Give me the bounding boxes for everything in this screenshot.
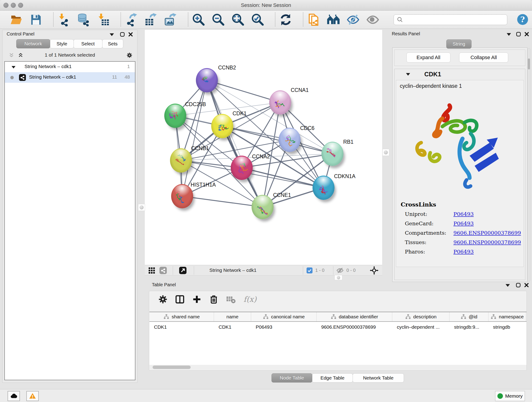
fit-selected-crosshair-icon[interactable] (370, 266, 379, 275)
tab-edge-table[interactable]: Edge Table (312, 373, 353, 383)
warnings-button[interactable] (26, 391, 39, 401)
network-node-CCNA1[interactable] (269, 90, 291, 115)
zoom-selected-button[interactable] (251, 13, 264, 26)
close-panel-icon[interactable] (524, 32, 529, 37)
network-collection-row[interactable]: String Network – cdk1 1 (5, 62, 135, 72)
column-header-shared-name[interactable]: shared name (149, 312, 214, 321)
delete-column-icon[interactable] (209, 294, 219, 304)
zoom-out-button[interactable] (212, 13, 225, 26)
crosslink-label: Tissues: (401, 239, 453, 245)
save-session-button[interactable] (29, 13, 43, 26)
column-header--id[interactable]: @id (450, 312, 488, 321)
network-node-HIST1H1A[interactable] (171, 184, 193, 208)
import-table-button[interactable] (97, 13, 110, 26)
network-canvas[interactable]: CCNB2CCNA1CDC25BCDK1CDC6RB1CCNB1CCNA2CDK… (145, 30, 382, 265)
tab-string[interactable]: String (446, 39, 472, 49)
network-node-CDK1[interactable] (211, 114, 233, 138)
crosslink-link[interactable]: P06493 (453, 211, 474, 217)
network-node-CDC6[interactable] (279, 128, 301, 152)
results-scrollbar[interactable] (527, 48, 530, 281)
memory-button[interactable]: Memory (495, 391, 525, 401)
network-node-CCNA2[interactable] (231, 156, 253, 180)
crosslink-label: Uniprot: (401, 211, 453, 217)
left-splitter-handle[interactable] (138, 204, 145, 211)
crosslink-link[interactable]: P06493 (453, 249, 474, 255)
maximize-panel-icon[interactable] (516, 32, 521, 37)
close-panel-icon[interactable] (524, 283, 529, 288)
node-label-HIST1H1A: HIST1H1A (191, 182, 216, 188)
table-row[interactable]: CDK1CDK1P064939606.ENSP00000378699cyclin… (149, 322, 526, 332)
column-header-name[interactable]: name (214, 312, 251, 321)
network-selection-row: 1 of 1 Network selected (2, 51, 137, 59)
crosslink-link[interactable]: P06493 (453, 220, 474, 226)
section-collapse-icon[interactable] (405, 72, 411, 76)
memory-status-dot (497, 393, 503, 399)
network-node-CCNB2[interactable] (196, 68, 218, 92)
first-neighbors-houses-button[interactable] (327, 13, 340, 26)
import-database-button[interactable] (77, 13, 90, 26)
column-header-description[interactable]: description (392, 312, 450, 321)
refresh-button[interactable] (279, 13, 292, 26)
maximize-panel-icon[interactable] (516, 283, 521, 288)
show-all-button[interactable] (366, 13, 380, 26)
crosslink-row: Pharos:P06493 (401, 249, 521, 255)
control-panel: Control Panel NetworkStyleSelectSets 1 o… (2, 30, 138, 383)
crosslink-link[interactable]: 9606.ENSP00000378699 (453, 239, 521, 245)
network-node-CDC25B[interactable] (164, 104, 186, 128)
table-options-gear-icon[interactable] (158, 294, 168, 304)
column-header-canonical-name[interactable]: canonical name (251, 312, 317, 321)
hide-selected-button[interactable] (346, 13, 360, 26)
search-box[interactable] (394, 14, 507, 25)
tab-node-table[interactable]: Node Table (272, 373, 312, 383)
detach-view-icon[interactable] (179, 267, 186, 274)
protein-section-header[interactable]: CDK1 (394, 69, 525, 80)
maximize-panel-icon[interactable] (120, 32, 125, 37)
add-column-icon[interactable] (192, 294, 202, 304)
column-header-namespace[interactable]: namespace (488, 312, 526, 321)
export-network-button[interactable] (125, 13, 138, 26)
export-table-button[interactable] (144, 13, 158, 26)
tab-style[interactable]: Style (50, 39, 74, 48)
network-options-gear-icon[interactable] (126, 52, 133, 58)
network-node-count: 11 (112, 74, 117, 80)
tab-network[interactable]: Network (16, 39, 50, 48)
clone-network-button[interactable] (307, 13, 320, 26)
zoom-in-button[interactable] (192, 13, 205, 26)
expand-all-button[interactable]: Expand All (406, 52, 450, 63)
network-node-CCNE1[interactable] (252, 195, 273, 219)
collapse-all-button[interactable]: Collapse All (459, 52, 508, 63)
network-node-CCNB1[interactable] (170, 148, 192, 172)
grid-view-icon[interactable] (148, 267, 155, 274)
selected-checkbox-icon[interactable] (307, 268, 312, 274)
network-row[interactable]: String Network – cdk1 11 48 (5, 72, 135, 83)
close-panel-icon[interactable] (128, 32, 133, 37)
export-image-button[interactable] (164, 13, 177, 26)
tab-network-table[interactable]: Network Table (353, 373, 404, 383)
cloud-status-button[interactable] (7, 391, 20, 401)
import-network-button[interactable] (57, 13, 70, 26)
network-state-dot (10, 76, 14, 79)
float-panel-icon[interactable] (506, 32, 511, 37)
show-columns-icon[interactable] (175, 294, 185, 304)
column-header-database-identifier[interactable]: database identifier (317, 312, 392, 321)
crosslink-link[interactable]: 9606.ENSP00000378699 (453, 230, 521, 236)
zoom-fit-button[interactable] (231, 13, 245, 26)
node-label-CCNA2: CCNA2 (252, 153, 270, 160)
crosslinks-section: CrossLinks Uniprot:P06493GeneCard:P06493… (401, 201, 521, 258)
search-input[interactable] (404, 15, 507, 24)
open-session-button[interactable] (10, 13, 23, 26)
tab-sets[interactable]: Sets (102, 39, 123, 48)
string-view-icon[interactable] (159, 267, 167, 274)
float-panel-icon[interactable] (109, 32, 114, 37)
table-horizontal-scrollbar[interactable] (149, 365, 526, 370)
network-node-CDKN1A[interactable] (312, 176, 335, 200)
float-panel-icon[interactable] (505, 283, 510, 288)
tab-select[interactable]: Select (74, 39, 102, 48)
table-cell: cyclin–dependent ... (392, 322, 450, 332)
collection-expand-icon[interactable] (11, 65, 16, 69)
help-button[interactable]: ? (516, 13, 529, 26)
bottom-splitter-handle[interactable] (335, 275, 342, 280)
node-label-CDC6: CDC6 (300, 125, 315, 131)
network-edges (145, 30, 382, 265)
network-node-RB1[interactable] (322, 142, 343, 166)
